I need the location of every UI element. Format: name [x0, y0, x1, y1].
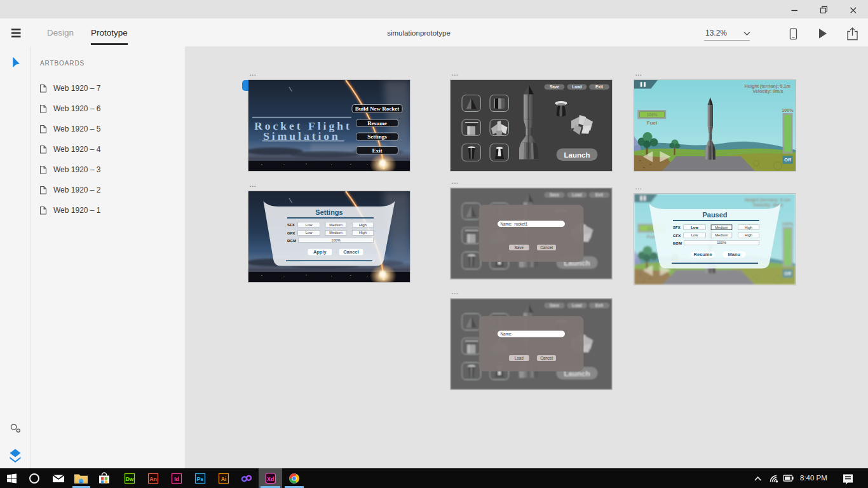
- svg-text:Apply: Apply: [313, 249, 327, 255]
- svg-text:Cancel: Cancel: [540, 245, 553, 250]
- svg-text:Medium: Medium: [329, 223, 342, 227]
- svg-text:Exit: Exit: [372, 147, 382, 154]
- svg-text:Id: Id: [174, 476, 179, 482]
- svg-text:100%: 100%: [717, 241, 726, 245]
- svg-text:Ai: Ai: [221, 476, 227, 482]
- svg-text:Simulation: Simulation: [263, 130, 341, 142]
- svg-text:Cancel: Cancel: [343, 249, 359, 255]
- svg-text:Settings: Settings: [367, 133, 387, 140]
- svg-text:Low: Low: [306, 231, 313, 234]
- svg-text:Medium: Medium: [329, 231, 342, 234]
- svg-text:High: High: [359, 231, 367, 234]
- svg-text:Load: Load: [515, 356, 524, 360]
- svg-text:GFX: GFX: [287, 231, 295, 235]
- svg-text:SFX: SFX: [673, 226, 681, 229]
- svg-text:Resume: Resume: [694, 252, 712, 257]
- svg-text:Name: rocket1: Name: rocket1: [501, 222, 528, 226]
- svg-text:Xd: Xd: [267, 476, 274, 482]
- svg-text:High: High: [359, 223, 367, 227]
- svg-text:An: An: [149, 476, 156, 482]
- svg-text:BGM: BGM: [287, 239, 296, 243]
- svg-text:Low: Low: [691, 226, 698, 229]
- svg-text:Ps: Ps: [197, 476, 204, 482]
- svg-text:Medium: Medium: [715, 226, 728, 229]
- svg-text:100%: 100%: [331, 238, 341, 242]
- svg-text:Dw: Dw: [126, 476, 134, 482]
- svg-text:Name:: Name:: [501, 332, 513, 336]
- svg-text:Low: Low: [306, 223, 313, 227]
- svg-text:Resume: Resume: [367, 120, 387, 126]
- svg-text:Build New Rocket: Build New Rocket: [355, 105, 400, 112]
- svg-text:GFX: GFX: [673, 234, 681, 238]
- svg-text:Save: Save: [515, 245, 524, 250]
- svg-text:Low: Low: [691, 233, 698, 237]
- svg-text:BGM: BGM: [673, 241, 682, 245]
- svg-text:Paused: Paused: [702, 211, 727, 219]
- svg-text:High: High: [745, 233, 752, 237]
- svg-text:High: High: [745, 226, 752, 229]
- svg-text:Manu: Manu: [728, 252, 741, 257]
- svg-text:SFX: SFX: [287, 223, 295, 227]
- svg-text:Cancel: Cancel: [540, 356, 553, 360]
- svg-text:Settings: Settings: [315, 208, 342, 216]
- svg-text:Medium: Medium: [715, 233, 728, 237]
